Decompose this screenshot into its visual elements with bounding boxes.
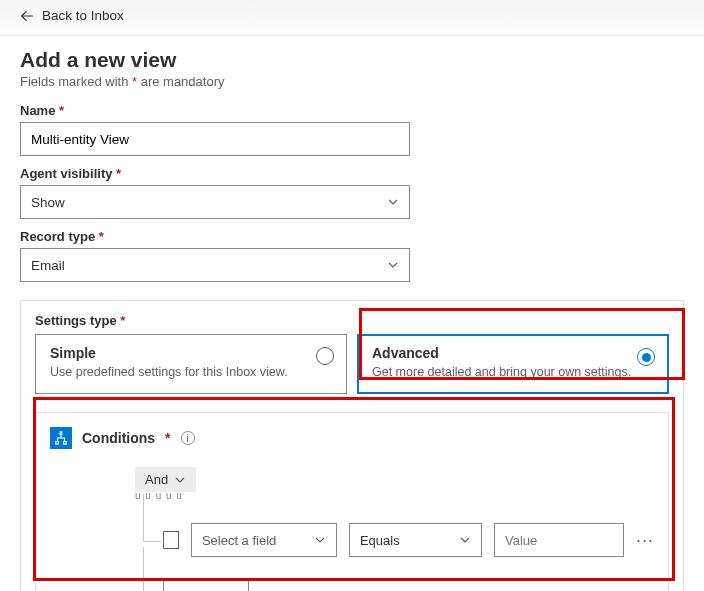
condition-row: Select a field Equals ··· (163, 523, 654, 557)
conditions-label: Conditions (82, 430, 155, 446)
info-icon[interactable]: i (181, 431, 195, 445)
condition-more-button[interactable]: ··· (636, 535, 654, 545)
mandatory-note: Fields marked with * are mandatory (20, 74, 684, 89)
agent-visibility-select[interactable]: Show (20, 185, 410, 219)
condition-value-input[interactable] (494, 523, 624, 557)
chevron-down-icon (459, 534, 471, 546)
condition-operator-select[interactable]: Equals (349, 523, 482, 557)
name-input[interactable] (20, 122, 410, 156)
record-type-label: Record type * (20, 229, 684, 244)
advanced-title: Advanced (372, 345, 654, 361)
condition-field-placeholder: Select a field (202, 533, 276, 548)
group-bracket-decoration: u u u u u (135, 490, 654, 501)
radio-unselected-icon (316, 347, 334, 365)
advanced-desc: Get more detailed and bring your own set… (372, 365, 654, 379)
chevron-down-icon (387, 196, 399, 208)
radio-selected-icon (637, 348, 655, 366)
settings-type-simple[interactable]: Simple Use predefined settings for this … (35, 334, 347, 394)
settings-type-advanced[interactable]: Advanced Get more detailed and bring you… (357, 334, 669, 394)
add-condition-button[interactable]: + Add (163, 579, 249, 591)
arrow-left-icon (20, 9, 34, 23)
conditions-block: Conditions * i And u u u u u Select a fi… (35, 412, 669, 591)
back-to-inbox-link[interactable]: Back to Inbox (0, 0, 144, 31)
chevron-down-icon (387, 259, 399, 271)
name-label: Name * (20, 103, 684, 118)
chevron-down-icon (314, 534, 326, 546)
group-operator-select[interactable]: And (135, 467, 196, 492)
group-operator-value: And (145, 472, 168, 487)
condition-field-select[interactable]: Select a field (191, 523, 337, 557)
plus-icon: + (176, 587, 185, 591)
simple-desc: Use predefined settings for this Inbox v… (50, 365, 332, 379)
condition-checkbox[interactable] (163, 531, 179, 549)
settings-type-panel: Settings type * Simple Use predefined se… (20, 300, 684, 591)
record-type-select[interactable]: Email (20, 248, 410, 282)
back-label: Back to Inbox (42, 8, 124, 23)
agent-visibility-value: Show (31, 195, 65, 210)
record-type-value: Email (31, 258, 65, 273)
chevron-down-icon (174, 474, 186, 486)
simple-title: Simple (50, 345, 332, 361)
settings-type-label: Settings type * (35, 313, 669, 328)
condition-operator-value: Equals (360, 533, 400, 548)
hierarchy-icon (50, 427, 72, 449)
agent-visibility-label: Agent visibility * (20, 166, 684, 181)
page-title: Add a new view (20, 48, 684, 72)
